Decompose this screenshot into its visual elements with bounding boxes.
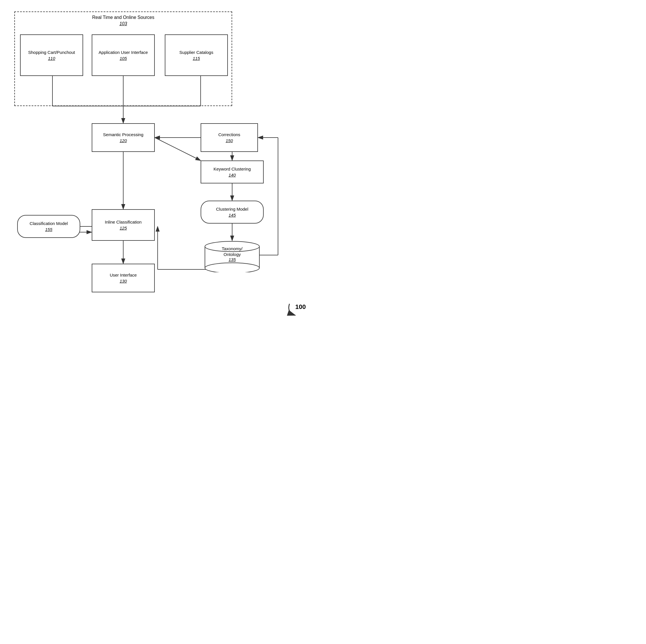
app-ui-box: Application User Interface 105 [92,34,155,76]
svg-line-8 [155,137,201,160]
real-time-label: Real Time and Online Sources [92,15,154,20]
corrections-label: Corrections [218,131,240,137]
clustering-model-num: 145 [228,212,236,218]
inline-classification-num: 125 [119,225,127,231]
diagram-container: Real Time and Online Sources 103 Shoppin… [0,0,323,322]
supplier-catalogs-box: Supplier Catalogs 115 [165,34,228,76]
keyword-clustering-label: Keyword Clustering [214,166,251,172]
user-interface-num: 130 [119,278,127,284]
shopping-cart-num: 110 [48,55,55,61]
semantic-processing-label: Semantic Processing [103,131,143,137]
user-interface-label: User Interface [110,272,137,278]
classification-model-label: Classification Model [29,220,68,226]
inline-classification-box: Inline Classification 125 [92,209,155,241]
svg-point-23 [205,263,259,272]
user-interface-box: User Interface 130 [92,264,155,292]
taxonomy-num: 135 [228,257,236,262]
shopping-cart-label: Shopping Cart/Punchout [28,49,75,55]
semantic-processing-num: 120 [119,137,127,143]
keyword-clustering-box: Keyword Clustering 140 [201,160,264,184]
figure-number: 100 [295,303,306,311]
inline-classification-label: Inline Classification [105,219,141,225]
classification-model-num: 155 [45,226,52,232]
app-ui-num: 105 [119,55,127,61]
semantic-processing-box: Semantic Processing 120 [92,123,155,152]
corrections-box: Corrections 150 [201,123,258,152]
app-ui-label: Application User Interface [99,49,148,55]
clustering-model-box: Clustering Model 145 [201,201,264,224]
supplier-catalogs-num: 115 [193,55,200,61]
shopping-cart-box: Shopping Cart/Punchout 110 [20,34,83,76]
supplier-catalogs-label: Supplier Catalogs [180,49,213,55]
taxonomy-ontology-box: Taxonomy/Ontology 135 [204,241,261,272]
taxonomy-label: Taxonomy/Ontology [222,246,243,257]
keyword-clustering-num: 140 [228,172,236,178]
corrections-num: 150 [226,137,233,143]
classification-model-box: Classification Model 155 [17,215,80,238]
clustering-model-label: Clustering Model [216,206,248,212]
real-time-num: 103 [119,21,127,26]
